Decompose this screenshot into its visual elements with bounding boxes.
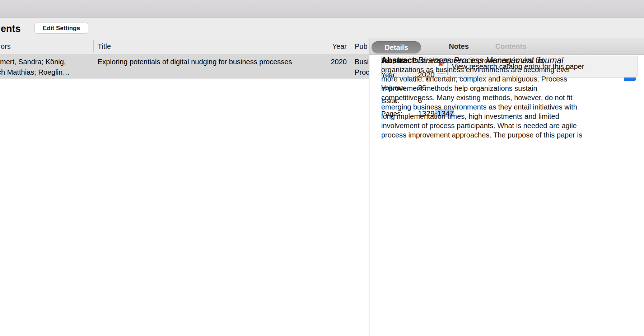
tab-details[interactable]: Details	[372, 41, 421, 53]
column-divider[interactable]	[351, 40, 351, 52]
row-cell-year: 2020	[309, 57, 347, 67]
details-panel: Type: Journal Article Exploring potentia…	[369, 56, 644, 336]
clipped-section-title: ents	[1, 23, 21, 34]
column-divider[interactable]	[309, 40, 309, 52]
document-list-header: ors Title Year Pub	[0, 38, 369, 55]
details-tabstrip: Details Notes Contents	[369, 38, 644, 55]
row-cell-publication: Busi Proc	[355, 57, 369, 78]
column-divider[interactable]	[93, 40, 94, 52]
document-list: mert, Sandra; König, ch Matthias; Roegli…	[0, 55, 369, 336]
column-header-title[interactable]: Title	[98, 38, 306, 55]
edit-settings-button[interactable]: Edit Settings	[34, 23, 88, 34]
table-row-selected[interactable]: mert, Sandra; König, ch Matthias; Roegli…	[0, 55, 369, 79]
column-header-year[interactable]: Year	[309, 38, 347, 55]
window-titlebar	[0, 0, 644, 18]
tab-contents[interactable]: Contents	[484, 38, 538, 55]
tab-notes[interactable]: Notes	[435, 38, 482, 55]
column-header-pub[interactable]: Pub	[355, 38, 369, 55]
toolbar: ents Edit Settings	[0, 18, 644, 38]
abstract-text: Purpose: Business process improvement is…	[381, 56, 622, 140]
header-band: ors Title Year Pub Details Notes Content…	[0, 38, 644, 55]
row-cell-authors: mert, Sandra; König, ch Matthias; Roegli…	[0, 57, 93, 78]
row-cell-title: Exploring potentials of digital nudging …	[98, 57, 299, 67]
column-header-authors[interactable]: ors	[1, 38, 90, 55]
